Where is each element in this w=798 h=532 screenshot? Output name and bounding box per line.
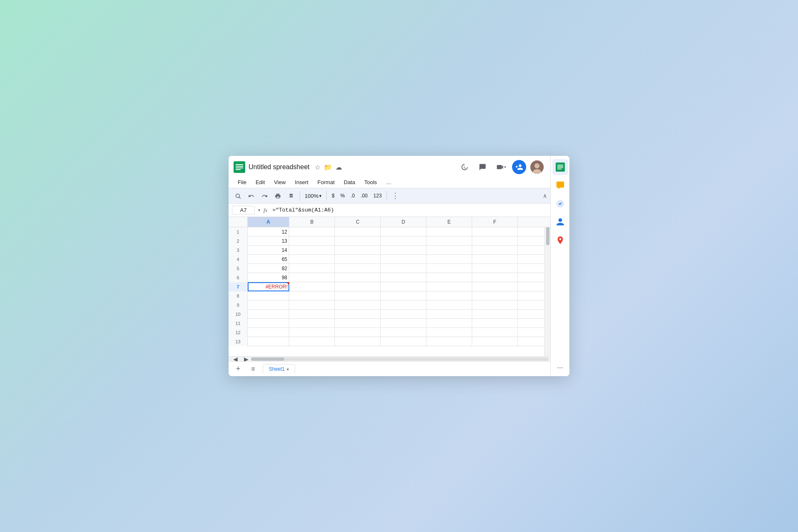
- cell-reference[interactable]: A7: [232, 206, 255, 214]
- cell-e2[interactable]: [426, 236, 472, 246]
- horizontal-scrollbar[interactable]: ◀ ▶: [229, 356, 550, 361]
- user-avatar[interactable]: [530, 160, 544, 174]
- sheet-menu-button[interactable]: ≡: [248, 364, 259, 374]
- menu-tools[interactable]: Tools: [360, 177, 381, 187]
- paint-format-button[interactable]: [285, 190, 297, 202]
- cell-c8[interactable]: [335, 291, 381, 300]
- cell-f10[interactable]: [472, 310, 518, 319]
- cell-d1[interactable]: [381, 227, 426, 236]
- cell-c3[interactable]: [335, 246, 381, 255]
- cell-b8[interactable]: [289, 291, 335, 300]
- add-people-button[interactable]: [512, 160, 526, 174]
- cell-d4[interactable]: [381, 255, 426, 264]
- sidebar-more-icon[interactable]: ···: [557, 363, 563, 372]
- sidebar-maps-icon[interactable]: [552, 232, 568, 248]
- cell-f2[interactable]: [472, 236, 518, 246]
- cell-b11[interactable]: [289, 319, 335, 328]
- cell-f4[interactable]: [472, 255, 518, 264]
- formula-input[interactable]: [271, 206, 547, 214]
- cell-f8[interactable]: [472, 291, 518, 300]
- cell-b4[interactable]: [289, 255, 335, 264]
- folder-icon[interactable]: 📁: [324, 163, 332, 171]
- more-options-button[interactable]: ⋮: [390, 191, 401, 200]
- print-button[interactable]: [272, 190, 283, 202]
- sidebar-chat-icon[interactable]: [552, 177, 568, 193]
- sheet1-tab[interactable]: Sheet1 ▾: [263, 364, 295, 374]
- cell-e6[interactable]: [426, 273, 472, 282]
- menu-edit[interactable]: Edit: [251, 177, 269, 187]
- sidebar-sheets-icon[interactable]: [552, 159, 568, 175]
- cell-a3[interactable]: 14: [248, 246, 289, 255]
- column-header-c[interactable]: C: [335, 217, 381, 227]
- history-icon[interactable]: [457, 160, 471, 174]
- percent-format-button[interactable]: %: [338, 192, 347, 200]
- redo-button[interactable]: [259, 190, 270, 202]
- cell-d8[interactable]: [381, 291, 426, 300]
- menu-view[interactable]: View: [270, 177, 290, 187]
- cell-c10[interactable]: [335, 310, 381, 319]
- cell-f12[interactable]: [472, 328, 518, 337]
- cell-b13[interactable]: [289, 337, 335, 346]
- cell-f6[interactable]: [472, 273, 518, 282]
- cell-b12[interactable]: [289, 328, 335, 337]
- star-icon[interactable]: ☆: [315, 163, 320, 171]
- undo-button[interactable]: [245, 190, 257, 202]
- cell-c2[interactable]: [335, 236, 381, 246]
- cell-e4[interactable]: [426, 255, 472, 264]
- cell-e9[interactable]: [426, 300, 472, 310]
- cell-b2[interactable]: [289, 236, 335, 246]
- cloud-icon[interactable]: ☁: [335, 163, 342, 171]
- number-format-button[interactable]: 123: [371, 192, 384, 200]
- cell-ref-dropdown-icon[interactable]: ▾: [258, 208, 260, 212]
- cell-d13[interactable]: [381, 337, 426, 346]
- cell-b5[interactable]: [289, 264, 335, 273]
- cell-a1[interactable]: 12: [248, 227, 289, 236]
- cell-b9[interactable]: [289, 300, 335, 310]
- cell-e11[interactable]: [426, 319, 472, 328]
- cell-d2[interactable]: [381, 236, 426, 246]
- cell-c1[interactable]: [335, 227, 381, 236]
- cell-d3[interactable]: [381, 246, 426, 255]
- cell-f13[interactable]: [472, 337, 518, 346]
- cell-e7[interactable]: [426, 282, 472, 291]
- cell-d6[interactable]: [381, 273, 426, 282]
- menu-file[interactable]: File: [234, 177, 251, 187]
- cell-a4[interactable]: 65: [248, 255, 289, 264]
- menu-insert[interactable]: Insert: [291, 177, 313, 187]
- cell-a2[interactable]: 13: [248, 236, 289, 246]
- cell-b6[interactable]: [289, 273, 335, 282]
- cell-c5[interactable]: [335, 264, 381, 273]
- cell-e13[interactable]: [426, 337, 472, 346]
- cell-c13[interactable]: [335, 337, 381, 346]
- column-header-d[interactable]: D: [381, 217, 426, 227]
- cell-f3[interactable]: [472, 246, 518, 255]
- menu-more[interactable]: …: [382, 177, 396, 187]
- column-header-f[interactable]: F: [472, 217, 518, 227]
- cell-a7[interactable]: #ERROR!: [248, 282, 289, 291]
- cell-a10[interactable]: [248, 310, 289, 319]
- cell-a5[interactable]: 82: [248, 264, 289, 273]
- cell-b3[interactable]: [289, 246, 335, 255]
- cell-e1[interactable]: [426, 227, 472, 236]
- toolbar-collapse-button[interactable]: ∧: [543, 192, 547, 199]
- cell-c11[interactable]: [335, 319, 381, 328]
- cell-b10[interactable]: [289, 310, 335, 319]
- hscroll-thumb[interactable]: [251, 357, 284, 361]
- cell-a6[interactable]: 98: [248, 273, 289, 282]
- cell-d7[interactable]: [381, 282, 426, 291]
- cell-d9[interactable]: [381, 300, 426, 310]
- cell-c7[interactable]: [335, 282, 381, 291]
- cell-d5[interactable]: [381, 264, 426, 273]
- vertical-scrollbar[interactable]: [544, 217, 550, 356]
- column-header-e[interactable]: E: [426, 217, 472, 227]
- cell-a9[interactable]: [248, 300, 289, 310]
- menu-format[interactable]: Format: [313, 177, 339, 187]
- cell-f1[interactable]: [472, 227, 518, 236]
- sidebar-tasks-icon[interactable]: [552, 196, 568, 212]
- cell-c12[interactable]: [335, 328, 381, 337]
- cell-a13[interactable]: [248, 337, 289, 346]
- cell-a11[interactable]: [248, 319, 289, 328]
- cell-e12[interactable]: [426, 328, 472, 337]
- cell-d12[interactable]: [381, 328, 426, 337]
- column-header-a[interactable]: A: [248, 217, 289, 227]
